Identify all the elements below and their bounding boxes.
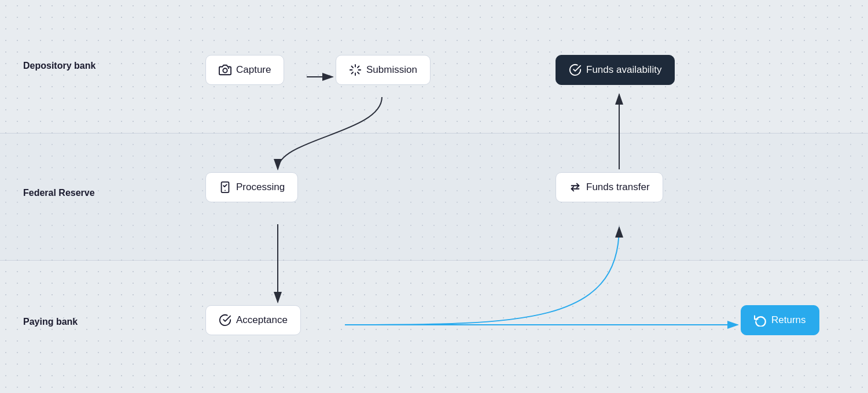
- arrows-lr-icon: [569, 181, 582, 194]
- loader-icon: [349, 64, 362, 76]
- svg-point-0: [223, 68, 227, 72]
- node-submission: Submission: [336, 55, 431, 85]
- svg-line-9: [358, 66, 359, 68]
- phone-check-icon: [219, 181, 231, 194]
- camera-icon: [219, 64, 231, 76]
- returns-label: Returns: [771, 314, 806, 326]
- undo-icon: [754, 314, 767, 327]
- divider-2: [0, 260, 868, 261]
- label-depository: Depository bank: [23, 61, 95, 71]
- capture-label: Capture: [236, 64, 271, 76]
- svg-point-1: [229, 68, 229, 68]
- node-returns[interactable]: Returns: [741, 305, 819, 335]
- node-funds-transfer: Funds transfer: [556, 172, 663, 202]
- divider-1: [0, 133, 868, 134]
- label-paying: Paying bank: [23, 317, 78, 327]
- svg-line-4: [352, 66, 354, 68]
- node-funds-availability: Funds availability: [556, 55, 675, 85]
- funds-availability-label: Funds availability: [586, 64, 661, 76]
- node-capture: Capture: [205, 55, 284, 85]
- node-acceptance: Acceptance: [205, 305, 301, 335]
- label-federal: Federal Reserve: [23, 188, 95, 198]
- svg-line-8: [352, 72, 354, 74]
- acceptance-label: Acceptance: [236, 314, 288, 326]
- funds-transfer-label: Funds transfer: [586, 181, 650, 193]
- check-circle-icon: [569, 64, 582, 76]
- diagram-container: Depository bank Federal Reserve Paying b…: [0, 0, 868, 393]
- node-processing: Processing: [205, 172, 298, 202]
- svg-line-5: [358, 72, 359, 74]
- processing-label: Processing: [236, 181, 285, 193]
- acceptance-check-icon: [219, 314, 231, 327]
- submission-label: Submission: [366, 64, 417, 76]
